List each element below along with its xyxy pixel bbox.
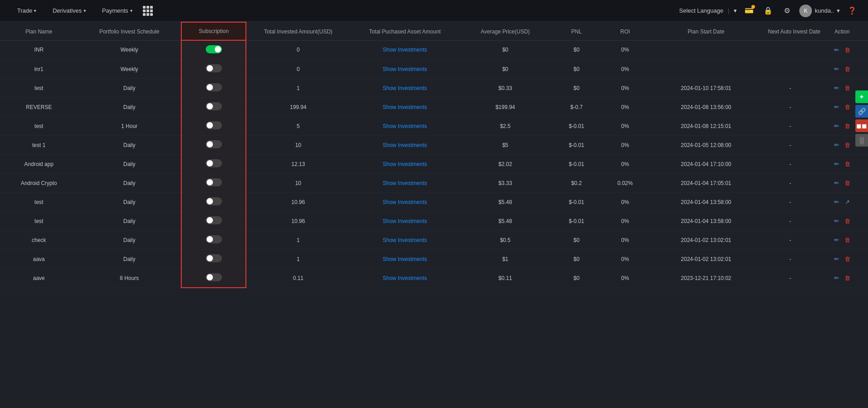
- edit-icon[interactable]: ✏: [832, 236, 841, 245]
- edit-icon[interactable]: ✏: [832, 84, 841, 93]
- cell-avg-price: $5.48: [460, 193, 551, 212]
- cell-schedule: Daily: [78, 212, 181, 231]
- cell-purchased: Show Investments: [350, 136, 460, 155]
- cell-plan-name: test 1: [0, 136, 78, 155]
- show-investments-link[interactable]: Show Investments: [382, 104, 427, 110]
- subscription-toggle[interactable]: [206, 83, 222, 91]
- delete-icon[interactable]: 🗑: [843, 122, 852, 131]
- cell-next-date: [764, 60, 816, 79]
- show-investments-link[interactable]: Show Investments: [382, 256, 427, 262]
- cell-roi: 0%: [603, 40, 648, 60]
- delete-icon[interactable]: 🗑: [843, 84, 852, 93]
- subscription-toggle[interactable]: [206, 178, 222, 186]
- nav-payments[interactable]: Payments ▾: [94, 0, 141, 22]
- show-investments-link[interactable]: Show Investments: [382, 180, 427, 186]
- subscription-toggle[interactable]: [206, 254, 222, 262]
- subscription-toggle[interactable]: [206, 102, 222, 110]
- delete-icon[interactable]: 🗑: [843, 141, 852, 150]
- show-investments-link[interactable]: Show Investments: [382, 47, 427, 53]
- cell-invested: 199.94: [246, 98, 349, 117]
- cell-subscription: [181, 193, 246, 212]
- float-btn-gray[interactable]: ░: [855, 134, 868, 147]
- edit-icon[interactable]: ✏: [832, 160, 841, 169]
- delete-icon[interactable]: 🗑: [843, 160, 852, 169]
- delete-icon[interactable]: 🗑: [843, 103, 852, 112]
- show-investments-link[interactable]: Show Investments: [382, 142, 427, 148]
- edit-icon[interactable]: ✏: [832, 255, 841, 264]
- delete-icon[interactable]: 🗑: [843, 217, 852, 226]
- floating-buttons: ✦ 🔗 ◼◼ ░: [855, 90, 868, 147]
- edit-icon[interactable]: ✏: [832, 179, 841, 188]
- cell-schedule: Daily: [78, 79, 181, 98]
- delete-icon[interactable]: 🗑: [843, 65, 852, 74]
- action-icons: ✏🗑: [820, 179, 864, 188]
- action-icons: ✏🗑: [820, 236, 864, 245]
- edit-icon[interactable]: ✏: [832, 274, 841, 283]
- subscription-toggle[interactable]: [206, 140, 222, 148]
- language-selector[interactable]: Select Language | ▾: [679, 7, 737, 14]
- settings-icon-button[interactable]: ⚙: [780, 4, 794, 18]
- show-investments-link[interactable]: Show Investments: [382, 199, 427, 205]
- show-investments-link[interactable]: Show Investments: [382, 66, 427, 72]
- edit-icon[interactable]: ✏: [832, 103, 841, 112]
- delete-icon[interactable]: 🗑: [843, 236, 852, 245]
- delete-icon[interactable]: 🗑: [843, 45, 852, 54]
- header-total-invested: Total Invested Amount(USD): [246, 22, 349, 40]
- cell-start-date: 2024-01-04 17:10:00: [648, 155, 764, 174]
- show-investments-link[interactable]: Show Investments: [382, 85, 427, 91]
- edit-icon[interactable]: ✏: [832, 198, 841, 207]
- nav-payments-label: Payments: [102, 7, 128, 14]
- cell-action: ✏🗑: [816, 250, 868, 269]
- action-icons: ✏↗: [820, 198, 864, 207]
- cell-purchased: Show Investments: [350, 155, 460, 174]
- cell-plan-name: inr1: [0, 60, 78, 79]
- show-investments-link[interactable]: Show Investments: [382, 237, 427, 243]
- nav-trade[interactable]: Trade ▾: [9, 0, 44, 22]
- header-plan-start: Plan Start Date: [648, 22, 764, 40]
- cell-purchased: Show Investments: [350, 40, 460, 60]
- float-btn-multi[interactable]: ◼◼: [855, 119, 868, 132]
- cell-avg-price: $0: [460, 60, 551, 79]
- share-icon[interactable]: ↗: [843, 198, 852, 207]
- show-investments-link[interactable]: Show Investments: [382, 218, 427, 224]
- cell-avg-price: $5.48: [460, 212, 551, 231]
- grid-icon-button[interactable]: [141, 4, 155, 18]
- user-avatar: K: [799, 5, 812, 17]
- header-subscription: Subscription: [181, 22, 246, 40]
- cell-pnl: $0: [551, 269, 603, 288]
- subscription-toggle[interactable]: [206, 197, 222, 205]
- show-investments-link[interactable]: Show Investments: [382, 161, 427, 167]
- subscription-toggle[interactable]: [206, 64, 222, 72]
- cell-schedule: Daily: [78, 98, 181, 117]
- delete-icon[interactable]: 🗑: [843, 179, 852, 188]
- float-btn-blue[interactable]: 🔗: [855, 105, 868, 118]
- subscription-toggle[interactable]: [206, 159, 222, 167]
- subscription-toggle[interactable]: [206, 273, 222, 281]
- float-btn-green[interactable]: ✦: [855, 90, 868, 103]
- subscription-toggle[interactable]: [206, 45, 222, 53]
- cell-roi: 0.02%: [603, 174, 648, 193]
- lock-icon-button[interactable]: 🔒: [761, 4, 775, 18]
- cell-plan-name: INR: [0, 40, 78, 60]
- nav-derivatives[interactable]: Derivatives ▾: [44, 0, 94, 22]
- cell-action: ✏↗: [816, 193, 868, 212]
- edit-icon[interactable]: ✏: [832, 141, 841, 150]
- show-investments-link[interactable]: Show Investments: [382, 123, 427, 129]
- subscription-toggle[interactable]: [206, 121, 222, 129]
- delete-icon[interactable]: 🗑: [843, 255, 852, 264]
- show-investments-link[interactable]: Show Investments: [382, 275, 427, 281]
- cell-next-date: -: [764, 212, 816, 231]
- cell-start-date: [648, 40, 764, 60]
- delete-icon[interactable]: 🗑: [843, 274, 852, 283]
- edit-icon[interactable]: ✏: [832, 45, 841, 54]
- table-row: test Daily 10.96 Show Investments $5.48 …: [0, 193, 868, 212]
- help-icon-button[interactable]: ❓: [845, 4, 859, 18]
- edit-icon[interactable]: ✏: [832, 217, 841, 226]
- subscription-toggle[interactable]: [206, 235, 222, 243]
- subscription-toggle[interactable]: [206, 216, 222, 224]
- edit-icon[interactable]: ✏: [832, 65, 841, 74]
- wallet-icon-button[interactable]: 💳: [742, 4, 756, 18]
- edit-icon[interactable]: ✏: [832, 122, 841, 131]
- table-row: aava Daily 1 Show Investments $1 $0 0% 2…: [0, 250, 868, 269]
- user-menu-button[interactable]: K kunda.. ▾: [799, 5, 840, 17]
